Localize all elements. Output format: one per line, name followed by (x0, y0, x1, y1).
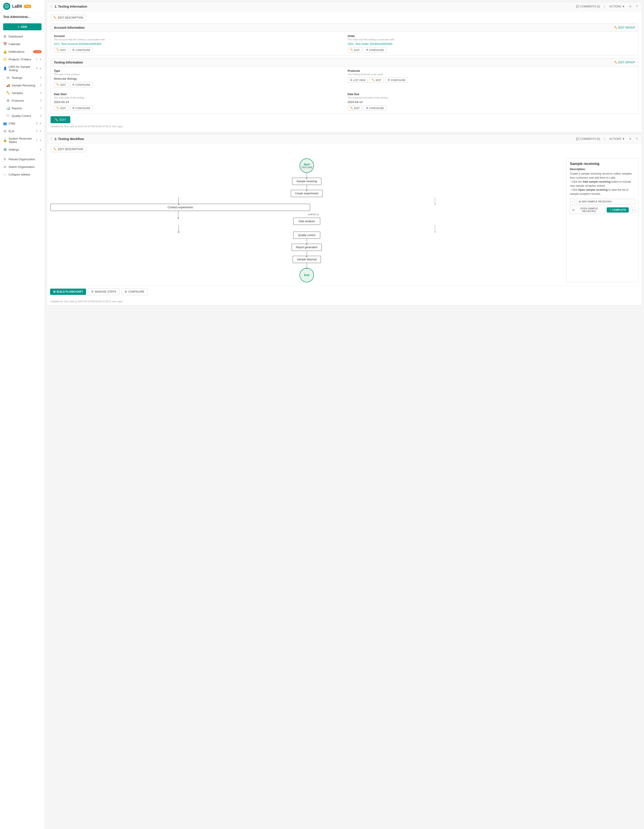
grid-icon: ⊞ (3, 35, 7, 38)
chart-icon: 📊 (6, 106, 10, 110)
drag-handle-icon: ⠿ (50, 5, 53, 9)
date-due-configure-button[interactable]: ⚙ CONFIGURE (363, 106, 387, 110)
sidebar-item-testings[interactable]: ⊟ Testings 1 (0, 74, 45, 82)
sidebar-item-sample-receiving[interactable]: 🚚 Sample Receiving 0 (0, 82, 45, 89)
main-edit-button[interactable]: ✏️ EDIT (51, 116, 70, 123)
type-edit-button[interactable]: ✏️ EDIT (54, 82, 68, 87)
actions-button-2[interactable]: ACTIONS ▼ (608, 137, 626, 141)
sidebar-item-protocols[interactable]: ⊞ Protocols 0 (0, 97, 45, 104)
main-content: ⠿ 1. Testing Information 💬 COMMENTS (0) … (45, 0, 644, 829)
date-due-edit-button[interactable]: ✏️ EDIT (347, 106, 362, 110)
sidebar-item-lims[interactable]: 👤 LIMS for Sample Testing 6 ▼ (0, 63, 45, 74)
protocols-edit-button[interactable]: ✏️ EDIT (369, 77, 384, 83)
users-icon: 👥 (3, 121, 7, 125)
add-button[interactable]: + ADD (3, 23, 41, 30)
add-sample-receiving-button[interactable]: ⊞ ADD SAMPLE RECEIVING (576, 199, 635, 205)
order-edit-button[interactable]: ✏️ EDIT (347, 47, 362, 52)
account-edit-button[interactable]: ✏️ EDIT (54, 47, 68, 52)
more-icon[interactable]: ⋮ (603, 5, 606, 8)
pencil-icon: ✏️ (56, 83, 60, 86)
eln-icon: ⊟ (3, 129, 7, 133)
edit-description-button-1[interactable]: ✏️ EDIT DESCRIPTION (51, 15, 86, 20)
info-action-row-1: ‹ ⊞ ADD SAMPLE RECEIVING (570, 199, 635, 205)
comments-button-2[interactable]: 💬 COMMENTS (0) (575, 137, 601, 141)
sidebar-item-reports[interactable]: 📊 Reports 1 (0, 104, 45, 112)
field-type: Type The type of the protocol. Molecular… (51, 67, 344, 90)
sidebar-item-label: Switch Organization (8, 165, 41, 169)
order-configure-button[interactable]: ⚙ CONFIGURE (363, 47, 387, 52)
sidebar-item-quality-control[interactable]: 🛡 Quality Control 0 (0, 112, 45, 120)
help-button-2[interactable]: ? (635, 137, 639, 141)
panel-testing-workflow: ⠿ 2. Testing Workflow 💬 COMMENTS (0) ⋮ A… (47, 134, 642, 306)
refresh-icon: ↻ (3, 157, 7, 161)
sidebar-item-dashboard[interactable]: ⊞ Dashboard (0, 33, 45, 40)
sidebar-item-samples[interactable]: ✏️ Samples 0 (0, 89, 45, 97)
edit-description-button-2[interactable]: ✏️ EDIT DESCRIPTION (51, 146, 86, 152)
gear-icon: ⚙ (72, 107, 74, 110)
edit-main-label: EDIT (60, 118, 66, 121)
list-icon: ☰ (350, 79, 352, 82)
actions-button-1[interactable]: ACTIONS ▼ (608, 4, 626, 9)
complete-button[interactable]: ✓ COMPLETE (607, 207, 629, 213)
type-configure-button[interactable]: ⚙ CONFIGURE (70, 82, 93, 87)
date-start-actions: ✏️ EDIT ⚙ CONFIGURE (54, 106, 341, 110)
nav-prev-button[interactable]: ‹ (570, 199, 575, 205)
account-configure-button[interactable]: ⚙ CONFIGURE (70, 47, 93, 52)
sidebar-item-label: Collapse sidebar (8, 173, 41, 176)
comments-button-1[interactable]: 💬 COMMENTS (0) (575, 4, 601, 9)
build-label: BUILD FLOWCHART (57, 290, 83, 293)
close-button-2[interactable]: ✕ (628, 137, 633, 141)
field-date-start: Date Start The start date of the testing… (51, 90, 344, 113)
sidebar-item-calendar[interactable]: 📅 Calendar (0, 40, 45, 48)
sidebar-item-notifications[interactable]: 🔔 Notifications 1 new (0, 48, 45, 55)
help-button-1[interactable]: ? (635, 4, 639, 9)
sample-receiving-count: 0 (40, 84, 41, 87)
protocols-list-view-button[interactable]: ☰ LIST VIEW (347, 77, 368, 83)
pencil-icon: ✏️ (350, 107, 353, 110)
sidebar-item-label: LIMS for Sample Testing (8, 65, 34, 72)
sidebar-item-switch[interactable]: ⇄ Switch Organization (0, 163, 45, 170)
chevron-icon: ▼ (39, 148, 41, 151)
info-panel-text: Create a sample receiving record to coll… (570, 172, 635, 196)
open-sample-receiving-button[interactable]: ⊡ OPEN SAMPLE RECEIVING (570, 206, 605, 214)
sidebar-item-label: Testings (12, 76, 38, 79)
sidebar-item-label: Projects / Folders (8, 58, 34, 61)
check-icon: ✓ (609, 208, 611, 211)
pencil-icon: ✏️ (614, 61, 617, 64)
sidebar-item-crm[interactable]: 👥 CRM 9 ▼ (0, 120, 45, 127)
order-link[interactable]: OD1: Test Order 20240414005300 (347, 42, 392, 46)
sidebar-item-collapse[interactable]: ‹ Collapse sidebar (0, 170, 45, 178)
open-icon: ⊡ (572, 208, 575, 211)
panel-content-1: ✏️ EDIT DESCRIPTION Account Information … (47, 11, 642, 132)
workflow-configure-button[interactable]: ⚙ CONFIGURE (121, 288, 148, 295)
flow-node-start: Start (Test Labii) (300, 158, 314, 173)
manage-steps-button[interactable]: ☰ MANAGE STEPS (88, 288, 120, 295)
build-flowchart-button[interactable]: ⊞ BUILD FLOWCHART (50, 288, 86, 295)
sidebar-item-system-reserved[interactable]: 🔒 System Reserved Tables 1 ▼ (0, 135, 45, 146)
sidebar-item-eln[interactable]: ⊟ ELN 2 ▼ (0, 127, 45, 135)
protocols-field-label: Protocols (347, 69, 635, 72)
sidebar-item-projects[interactable]: 📁 Projects / Folders 1 ▼ (0, 55, 45, 63)
date-start-edit-button[interactable]: ✏️ EDIT (54, 106, 68, 110)
logo-text: LaBII (12, 4, 22, 9)
protocols-configure-button[interactable]: ⚙ CONFIGURE (385, 77, 408, 83)
sidebar-item-settings[interactable]: ⚙️ Settings ▼ (0, 146, 45, 153)
flow-parallel-row: Conduct experiments (51, 204, 563, 211)
sidebar-item-label: Sample Receiving (12, 84, 38, 87)
pencil-icon: ✏️ (55, 118, 58, 121)
close-button-1[interactable]: ✕ (628, 4, 633, 9)
pencil-icon: ✏️ (54, 148, 57, 151)
gear-icon: ⚙️ (3, 148, 7, 151)
nav-next-button[interactable]: › (630, 207, 635, 213)
type-field-actions: ✏️ EDIT ⚙ CONFIGURE (54, 82, 341, 87)
sidebar-item-reload[interactable]: ↻ Reload Organization (0, 155, 45, 163)
more-icon[interactable]: ⋮ (603, 137, 606, 141)
bell-icon: 🔔 (3, 50, 7, 54)
date-due-actions: ✏️ EDIT ⚙ CONFIGURE (347, 106, 635, 110)
account-link[interactable]: AC1: Test Account 20240414005300 (54, 42, 101, 46)
eln-count: 2 (36, 129, 38, 132)
date-start-configure-button[interactable]: ⚙ CONFIGURE (70, 106, 93, 110)
edit-group-button-testing[interactable]: ✏️ EDIT GROUP (614, 61, 635, 64)
protocols-field-actions: ☰ LIST VIEW ✏️ EDIT ⚙ CONFIGURE (347, 77, 635, 83)
edit-group-button-account[interactable]: ✏️ EDIT GROUP (614, 26, 635, 29)
